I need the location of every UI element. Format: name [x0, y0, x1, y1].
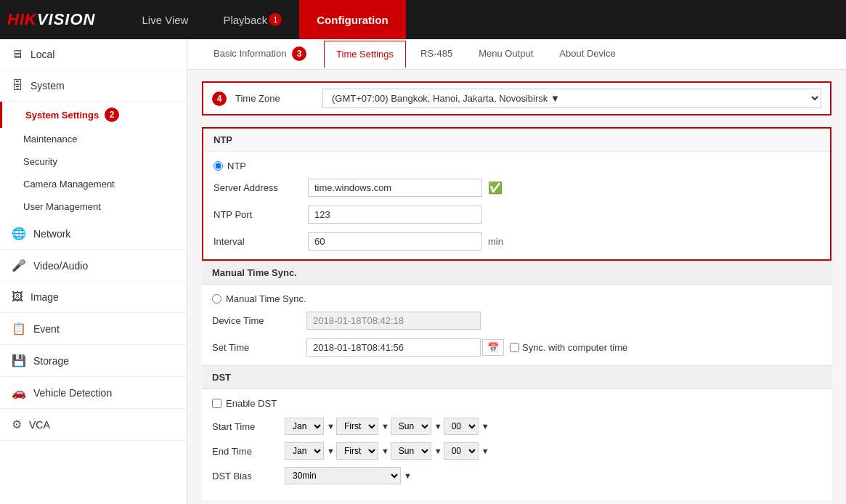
server-address-input[interactable]: [308, 179, 482, 197]
nav-playback[interactable]: Playback 1: [206, 0, 299, 39]
storage-icon: 💾: [12, 354, 26, 367]
sidebar-item-system-settings[interactable]: System Settings 2: [0, 102, 187, 128]
network-icon: 🌐: [12, 227, 26, 240]
bias-row: DST Bias 30min ▼: [212, 467, 821, 484]
set-time-row: Set Time 📅 Sync. with computer time: [212, 338, 821, 357]
nav-configuration[interactable]: Configuration: [299, 0, 405, 39]
sidebar-label-system-settings: System Settings: [25, 110, 99, 121]
set-time-label: Set Time: [212, 342, 306, 353]
sidebar-label-system: System: [30, 80, 65, 92]
set-time-input[interactable]: [306, 338, 481, 357]
content-area: Basic Information 3 Time Settings RS-485…: [187, 39, 846, 504]
ntp-body: NTP Server Address ✅ NTP Port Interval: [203, 152, 830, 259]
end-week-select[interactable]: First: [336, 442, 378, 460]
end-time-row: End Time Jan ▼ First ▼ Sun ▼: [212, 442, 821, 460]
start-month-arrow: ▼: [327, 422, 335, 431]
sidebar-item-security[interactable]: Security: [0, 150, 187, 173]
bias-arrow: ▼: [404, 471, 412, 480]
manual-section: Manual Time Sync. Manual Time Sync. Devi…: [202, 261, 831, 365]
sync-label: Sync. with computer time: [522, 342, 627, 353]
sidebar-label-user-mgmt: User Management: [23, 201, 101, 212]
vehicle-icon: 🚗: [12, 386, 26, 399]
interval-input[interactable]: [308, 232, 482, 251]
main-layout: 🖥 Local 🗄 System System Settings 2 Maint…: [0, 39, 846, 504]
manual-radio-row: Manual Time Sync.: [212, 293, 821, 304]
tab-menu-output[interactable]: Menu Output: [467, 41, 545, 68]
nav-live-view[interactable]: Live View: [124, 0, 206, 39]
end-week-arrow: ▼: [381, 447, 389, 455]
tab-about-device[interactable]: About Device: [548, 41, 627, 68]
bias-label: DST Bias: [212, 471, 285, 481]
end-day-arrow: ▼: [434, 447, 442, 455]
ntp-radio-row: NTP: [213, 160, 820, 171]
enable-dst-row: Enable DST: [212, 398, 821, 409]
calendar-button[interactable]: 📅: [482, 339, 504, 356]
start-day-select[interactable]: Sun: [391, 418, 431, 435]
video-audio-icon: 🎤: [12, 259, 26, 272]
sidebar-label-local: Local: [30, 49, 54, 60]
timezone-label: Time Zone: [235, 93, 322, 104]
start-hour-select[interactable]: 00: [444, 418, 479, 435]
sidebar-item-system[interactable]: 🗄 System: [0, 70, 187, 102]
sidebar-item-camera-management[interactable]: Camera Management: [0, 173, 187, 195]
interval-row: Interval min: [213, 232, 820, 251]
step-2: 2: [105, 107, 119, 122]
sidebar-label-vehicle: Vehicle Detection: [33, 387, 112, 399]
sidebar-item-image[interactable]: 🖼 Image: [0, 282, 187, 313]
ntp-port-input[interactable]: [308, 206, 482, 224]
sidebar-item-network[interactable]: 🌐 Network: [0, 218, 187, 250]
timezone-row: 4 Time Zone (GMT+07:00) Bangkok, Hanoi, …: [202, 81, 831, 115]
sidebar-label-maintenance: Maintenance: [23, 134, 77, 145]
interval-unit: min: [488, 236, 503, 247]
sidebar-label-video-audio: Video/Audio: [33, 260, 88, 272]
sidebar-item-vehicle-detection[interactable]: 🚗 Vehicle Detection: [0, 377, 187, 409]
sidebar-item-user-management[interactable]: User Management: [0, 195, 187, 218]
sidebar-item-storage[interactable]: 💾 Storage: [0, 345, 187, 377]
sidebar-label-network: Network: [33, 228, 70, 240]
tab-rs485[interactable]: RS-485: [409, 41, 464, 68]
timezone-select[interactable]: (GMT+07:00) Bangkok, Hanoi, Jakarta, Nov…: [322, 89, 821, 108]
check-icon: ✅: [488, 181, 503, 195]
end-hour-arrow: ▼: [481, 447, 489, 455]
interval-label: Interval: [213, 236, 308, 247]
image-icon: 🖼: [12, 290, 23, 304]
bias-select[interactable]: 30min: [285, 467, 401, 484]
sidebar-item-video-audio[interactable]: 🎤 Video/Audio: [0, 250, 187, 282]
top-nav: HIKVISION Live View Playback 1 Configura…: [0, 0, 846, 39]
device-time-row: Device Time: [212, 312, 821, 330]
sidebar-item-local[interactable]: 🖥 Local: [0, 39, 187, 70]
end-day-select[interactable]: Sun: [391, 442, 431, 460]
sidebar-item-event[interactable]: 📋 Event: [0, 313, 187, 345]
end-month-arrow: ▼: [327, 447, 335, 455]
end-hour-select[interactable]: 00: [444, 442, 479, 460]
sidebar-item-maintenance[interactable]: Maintenance: [0, 128, 187, 150]
start-month-select[interactable]: Jan: [285, 418, 324, 435]
enable-dst-label: Enable DST: [226, 398, 277, 409]
local-icon: 🖥: [12, 48, 23, 61]
start-hour-arrow: ▼: [481, 422, 489, 431]
sidebar: 🖥 Local 🗄 System System Settings 2 Maint…: [0, 39, 187, 504]
nav-playback-badge: 1: [269, 13, 282, 26]
tab-basic-info[interactable]: Basic Information 3: [202, 39, 321, 70]
sync-checkbox[interactable]: [510, 343, 519, 352]
start-week-select[interactable]: First: [336, 418, 378, 435]
ntp-port-row: NTP Port: [213, 206, 820, 224]
enable-dst-checkbox[interactable]: [212, 399, 221, 408]
ntp-radio[interactable]: [213, 161, 223, 171]
start-time-label: Start Time: [212, 421, 285, 432]
sidebar-item-vca[interactable]: ⚙ VCA: [0, 409, 187, 441]
end-month-select[interactable]: Jan: [285, 442, 324, 460]
sidebar-label-event: Event: [33, 323, 60, 335]
manual-radio[interactable]: [212, 294, 221, 304]
end-time-label: End Time: [212, 446, 285, 457]
tab-basic-info-label: Basic Information: [213, 48, 286, 59]
start-day-arrow: ▼: [434, 422, 442, 431]
tab-time-settings[interactable]: Time Settings: [324, 41, 406, 68]
manual-header: Manual Time Sync.: [202, 261, 831, 285]
start-week-arrow: ▼: [381, 422, 389, 431]
logo: HIKVISION: [7, 10, 95, 29]
step-3: 3: [292, 46, 306, 61]
manual-radio-label: Manual Time Sync.: [226, 293, 306, 304]
sidebar-label-camera-mgmt: Camera Management: [23, 179, 115, 190]
logo-vision: VISION: [37, 10, 96, 28]
